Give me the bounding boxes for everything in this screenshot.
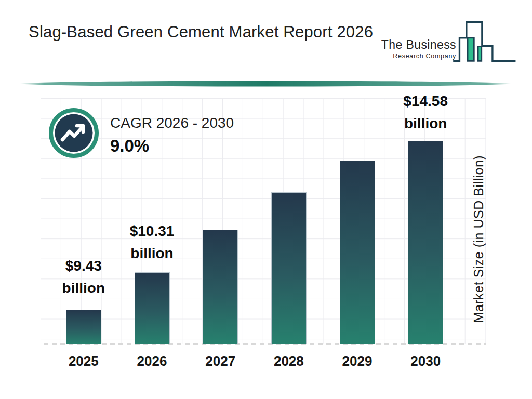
- x-tick-2025: 2025: [49, 353, 118, 369]
- bar-slot-2030: $14.58 billion: [391, 98, 460, 344]
- report-page: Slag-Based Green Cement Market Report 20…: [0, 0, 532, 399]
- company-subname: Research Company: [381, 52, 456, 60]
- x-tick-2028: 2028: [255, 353, 323, 369]
- cagr-value: 9.0%: [110, 136, 234, 156]
- bar-2030: [408, 141, 443, 344]
- page-title: Slag-Based Green Cement Market Report 20…: [29, 21, 387, 44]
- value-label-line2: billion: [403, 112, 448, 135]
- value-label-line2: billion: [62, 277, 105, 299]
- value-label-2030: $14.58 billion: [403, 90, 448, 135]
- bar-slot-2029: [323, 98, 392, 344]
- value-label-2026: $10.31 billion: [130, 220, 175, 264]
- x-tick-2030: 2030: [391, 353, 460, 369]
- company-logo: The Business Research Company: [381, 19, 518, 64]
- value-label-line1: $9.43: [62, 255, 105, 277]
- x-tick-2026: 2026: [118, 353, 187, 369]
- x-axis-labels: 2025 2026 2027 2028 2029 2030: [49, 353, 460, 369]
- divider-line: [19, 80, 512, 87]
- bar-2028: [271, 192, 307, 344]
- value-label-line1: $10.31: [130, 220, 175, 242]
- cagr-text-block: CAGR 2026 - 2030 9.0%: [110, 115, 234, 156]
- x-tick-2027: 2027: [186, 353, 255, 369]
- x-tick-2029: 2029: [323, 353, 392, 369]
- cagr-period-label: CAGR 2026 - 2030: [110, 115, 234, 131]
- company-name: The Business: [381, 38, 456, 52]
- logo-bars-icon: [452, 19, 518, 64]
- trending-up-icon: [48, 108, 99, 158]
- bar-2029: [340, 161, 375, 344]
- value-label-line2: billion: [130, 242, 175, 264]
- bar-2025: [66, 310, 101, 344]
- chart-area: $9.43 billion $10.31 billion: [41, 98, 486, 344]
- bar-2027: [203, 230, 238, 344]
- bar-slot-2028: [255, 98, 323, 344]
- y-axis-label: Market Size (in USD Billion): [471, 155, 486, 323]
- company-logo-text: The Business Research Company: [381, 38, 456, 60]
- value-label-2025: $9.43 billion: [62, 255, 105, 299]
- value-label-line1: $14.58: [403, 90, 448, 112]
- bar-2026: [135, 272, 170, 344]
